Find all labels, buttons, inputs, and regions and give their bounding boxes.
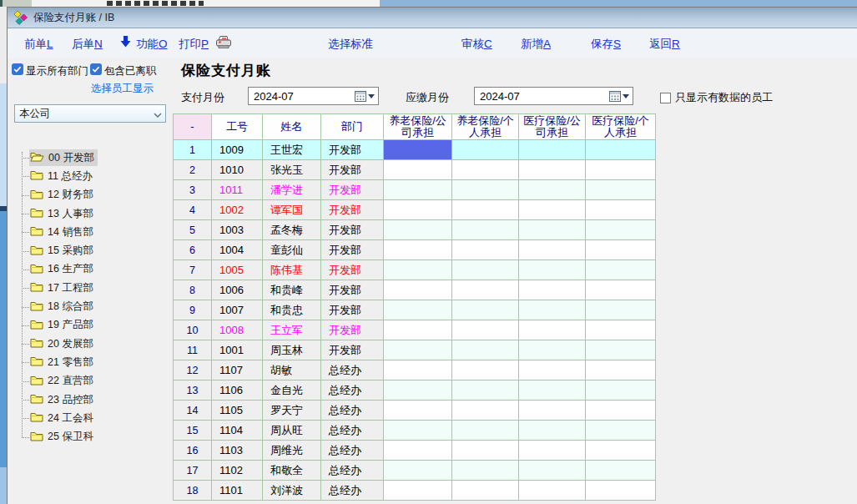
cell-pension-company[interactable] [384, 200, 452, 220]
cell-pension-personal[interactable] [452, 401, 519, 421]
cell-name[interactable]: 王立军 [263, 320, 321, 340]
cell-row-number[interactable]: 5 [174, 220, 212, 240]
cell-pension-company[interactable] [384, 320, 452, 340]
cell-pension-personal[interactable] [452, 300, 519, 320]
cell-medical-company[interactable] [519, 140, 586, 160]
pay-month-input[interactable]: 2024-07 [248, 87, 379, 105]
cell-pension-company[interactable] [384, 381, 452, 401]
company-dropdown[interactable]: 本公司 [14, 104, 166, 123]
toolbar-button-prev[interactable]: 前单L [24, 37, 53, 52]
cell-name[interactable]: 潘学进 [263, 180, 321, 200]
toolbar-button-save[interactable]: 保存S [591, 37, 621, 52]
include-resigned-checkbox[interactable] [90, 63, 102, 75]
cell-medical-company[interactable] [519, 200, 586, 220]
cell-dept[interactable]: 开发部 [321, 240, 384, 260]
cell-dept[interactable]: 总经办 [321, 441, 384, 461]
toolbar-button-next[interactable]: 后单N [72, 37, 103, 52]
toolbar-button-criteria[interactable]: 选择标准 [328, 37, 373, 52]
cell-row-number[interactable]: 6 [174, 240, 212, 260]
cell-name[interactable]: 和贵峰 [263, 280, 321, 300]
cell-name[interactable]: 孟冬梅 [263, 220, 321, 240]
cell-pension-personal[interactable] [452, 200, 519, 220]
tree-item-dept-19[interactable]: 19 产品部 [8, 316, 170, 335]
cell-pension-personal[interactable] [452, 140, 519, 160]
cell-pension-personal[interactable] [452, 381, 519, 401]
cell-employee-id[interactable]: 1009 [212, 140, 263, 160]
toolbar-button-back[interactable]: 返回R [649, 37, 680, 52]
cell-row-number[interactable]: 1 [174, 140, 212, 160]
cell-medical-personal[interactable] [586, 160, 656, 180]
calendar-icon[interactable] [609, 91, 621, 102]
cell-pension-personal[interactable] [452, 360, 519, 381]
column-header-1[interactable]: 工号 [212, 114, 263, 140]
cell-employee-id[interactable]: 1008 [212, 320, 263, 340]
cell-dept[interactable]: 开发部 [321, 220, 384, 240]
tree-item-dept-22[interactable]: 22 直营部 [8, 372, 170, 391]
due-month-input[interactable]: 2024-07 [474, 87, 633, 105]
cell-medical-personal[interactable] [586, 280, 656, 300]
cell-medical-personal[interactable] [586, 360, 656, 381]
dropdown-arrow-icon[interactable] [623, 94, 629, 98]
cell-employee-id[interactable]: 1103 [212, 441, 263, 461]
cell-medical-personal[interactable] [586, 441, 656, 461]
cell-medical-personal[interactable] [586, 401, 656, 421]
cell-employee-id[interactable]: 1005 [212, 260, 263, 280]
cell-name[interactable]: 谭军国 [263, 200, 321, 220]
cell-dept[interactable]: 开发部 [321, 340, 384, 360]
cell-row-number[interactable]: 2 [174, 160, 212, 180]
cell-row-number[interactable]: 8 [174, 280, 212, 300]
cell-medical-personal[interactable] [586, 461, 656, 481]
cell-pension-company[interactable] [384, 180, 452, 200]
cell-name[interactable]: 和敬全 [263, 461, 321, 481]
cell-medical-company[interactable] [519, 381, 586, 401]
cell-name[interactable]: 刘洋波 [263, 481, 321, 501]
cell-dept[interactable]: 开发部 [321, 200, 384, 220]
cell-medical-company[interactable] [519, 441, 586, 461]
cell-employee-id[interactable]: 1007 [212, 300, 263, 320]
cell-row-number[interactable]: 14 [174, 401, 212, 421]
cell-pension-personal[interactable] [452, 160, 519, 180]
tree-item-dept-18[interactable]: 18 综合部 [8, 297, 170, 315]
cell-dept[interactable]: 总经办 [321, 401, 384, 421]
toolbar-button-func[interactable]: 功能O [136, 37, 168, 52]
tree-item-dept-24[interactable]: 24 工会科 [8, 409, 170, 427]
cell-medical-personal[interactable] [586, 140, 656, 160]
cell-medical-personal[interactable] [586, 240, 656, 260]
cell-row-number[interactable]: 12 [174, 360, 212, 381]
column-header-0[interactable]: - [174, 114, 212, 140]
cell-name[interactable]: 罗天宁 [263, 401, 321, 421]
column-header-2[interactable]: 姓名 [263, 114, 321, 140]
cell-medical-company[interactable] [519, 360, 586, 381]
cell-medical-personal[interactable] [586, 260, 656, 280]
cell-pension-personal[interactable] [452, 481, 519, 501]
cell-medical-personal[interactable] [586, 180, 656, 200]
cell-pension-company[interactable] [384, 140, 452, 160]
cell-medical-company[interactable] [519, 260, 586, 280]
cell-medical-company[interactable] [519, 220, 586, 240]
cell-employee-id[interactable]: 1006 [212, 280, 263, 300]
cell-medical-company[interactable] [519, 240, 586, 260]
cell-employee-id[interactable]: 1001 [212, 340, 263, 360]
toolbar-button-add[interactable]: 新增A [521, 37, 551, 52]
cell-employee-id[interactable]: 1004 [212, 240, 263, 260]
cell-row-number[interactable]: 3 [174, 180, 212, 200]
calendar-icon[interactable] [355, 91, 366, 102]
cell-employee-id[interactable]: 1101 [212, 481, 263, 501]
cell-medical-personal[interactable] [586, 481, 656, 501]
cell-dept[interactable]: 开发部 [321, 300, 384, 320]
tree-item-dept-21[interactable]: 21 零售部 [8, 353, 170, 371]
cell-employee-id[interactable]: 1102 [212, 461, 263, 481]
column-header-5[interactable]: 养老保险/个人承担 [452, 114, 519, 140]
tree-item-dept-14[interactable]: 14 销售部 [8, 223, 170, 241]
cell-medical-personal[interactable] [586, 421, 656, 441]
column-header-7[interactable]: 医疗保险/个人承担 [586, 114, 656, 140]
tree-item-dept-23[interactable]: 23 品控部 [8, 391, 170, 409]
cell-medical-company[interactable] [519, 401, 586, 421]
cell-employee-id[interactable]: 1107 [212, 360, 263, 381]
cell-dept[interactable]: 总经办 [321, 360, 384, 381]
cell-name[interactable]: 周维光 [263, 441, 321, 461]
tree-item-dept-11[interactable]: 11 总经办 [8, 167, 170, 185]
cell-dept[interactable]: 总经办 [321, 421, 384, 441]
tree-item-dept-25[interactable]: 25 保卫科 [8, 427, 170, 446]
cell-pension-company[interactable] [384, 461, 452, 481]
